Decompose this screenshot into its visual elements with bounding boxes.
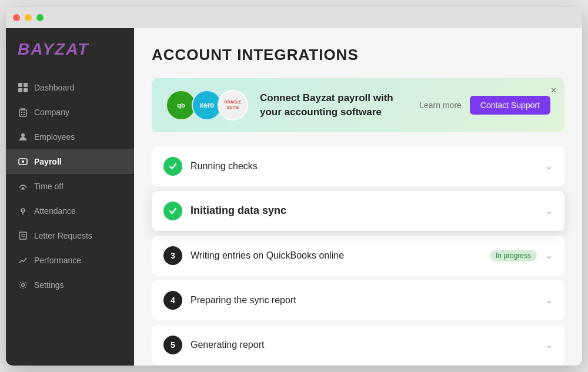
svg-rect-0 bbox=[18, 83, 22, 87]
sidebar-item-employees[interactable]: Employees bbox=[6, 125, 134, 149]
sidebar-label-performance: Performance bbox=[34, 256, 81, 265]
sidebar-label-dashboard: Dashboard bbox=[34, 83, 75, 92]
svg-rect-2 bbox=[18, 88, 22, 92]
dashboard-icon bbox=[18, 82, 28, 93]
svg-rect-4 bbox=[19, 110, 26, 116]
svg-point-9 bbox=[21, 133, 25, 137]
sidebar-item-payroll[interactable]: Payroll bbox=[6, 149, 134, 174]
sidebar-item-company[interactable]: Company bbox=[6, 100, 134, 125]
sidebar-label-letter-requests: Letter Requests bbox=[34, 231, 92, 240]
minimize-dot[interactable] bbox=[25, 14, 32, 21]
employees-icon bbox=[18, 132, 28, 142]
payroll-icon bbox=[18, 156, 28, 167]
sidebar-label-timeoff: Time off bbox=[34, 182, 64, 191]
step-3-label: Writing entries on QuickBooks online bbox=[191, 250, 482, 261]
svg-rect-12 bbox=[22, 187, 24, 189]
sidebar-label-employees: Employees bbox=[34, 132, 75, 142]
step-2-check-icon bbox=[163, 202, 182, 220]
step-running-checks[interactable]: Running checks ⌄ bbox=[152, 146, 564, 186]
step-3-badge: In progress bbox=[490, 250, 537, 262]
svg-rect-3 bbox=[24, 88, 28, 92]
sidebar-label-settings: Settings bbox=[34, 280, 64, 290]
sidebar: BAYZAT Dashboard bbox=[6, 28, 134, 366]
app-window: BAYZAT Dashboard bbox=[6, 7, 582, 366]
maximize-dot[interactable] bbox=[36, 14, 44, 21]
svg-point-15 bbox=[22, 210, 24, 211]
step-generating-report[interactable]: 5 Generating report ⌄ bbox=[152, 325, 564, 365]
main-content: ACCOUNT INTEGRATIONS qb xero ORACLE SUIT… bbox=[134, 28, 582, 366]
learn-more-link[interactable]: Learn more bbox=[419, 100, 462, 110]
step-2-label: Initiating data sync bbox=[191, 205, 537, 217]
step-5-chevron: ⌄ bbox=[545, 339, 553, 350]
titlebar bbox=[6, 7, 582, 28]
svg-rect-5 bbox=[21, 112, 22, 113]
sidebar-item-letter-requests[interactable]: Letter Requests bbox=[6, 223, 134, 248]
step-writing-entries[interactable]: 3 Writing entries on QuickBooks online I… bbox=[152, 236, 564, 276]
sidebar-item-performance[interactable]: Performance bbox=[6, 248, 134, 273]
steps-container: Running checks ⌄ Initiating data sync ⌄ bbox=[152, 146, 564, 366]
step-5-number-icon: 5 bbox=[163, 336, 182, 354]
step-preparing-sync-report[interactable]: 4 Preparing the sync report ⌄ bbox=[152, 280, 564, 320]
step-3-number-icon: 3 bbox=[163, 246, 182, 265]
sidebar-item-attendance[interactable]: Attendance bbox=[6, 199, 134, 223]
sidebar-label-payroll: Payroll bbox=[34, 157, 62, 166]
banner-close-button[interactable]: × bbox=[551, 85, 556, 96]
step-4-chevron: ⌄ bbox=[545, 294, 553, 306]
banner-actions: Learn more Contact Support bbox=[419, 96, 550, 115]
sidebar-item-settings[interactable]: Settings bbox=[6, 273, 134, 297]
logo-text: BAYZAT bbox=[18, 40, 89, 58]
svg-point-19 bbox=[22, 283, 25, 286]
settings-icon bbox=[18, 280, 28, 290]
step-1-check-icon bbox=[163, 157, 182, 176]
page-title: ACCOUNT INTEGRATIONS bbox=[152, 46, 564, 64]
letter-requests-icon bbox=[18, 230, 28, 241]
step-1-label: Running checks bbox=[191, 161, 537, 172]
contact-support-button[interactable]: Contact Support bbox=[470, 96, 550, 115]
svg-rect-6 bbox=[24, 112, 25, 113]
app-body: BAYZAT Dashboard bbox=[6, 28, 582, 366]
svg-point-11 bbox=[22, 160, 24, 163]
oracle-logo: ORACLE SUITE bbox=[218, 90, 248, 120]
banner-text: Connect Bayzat payroll with your account… bbox=[260, 91, 407, 119]
integration-banner: qb xero ORACLE SUITE Connect Bayzat payr… bbox=[152, 78, 564, 132]
sidebar-item-dashboard[interactable]: Dashboard bbox=[6, 75, 134, 100]
step-initiating-data-sync[interactable]: Initiating data sync ⌄ bbox=[152, 191, 564, 231]
banner-headline: Connect Bayzat payroll with your account… bbox=[260, 91, 407, 119]
timeoff-icon bbox=[18, 181, 28, 192]
attendance-icon bbox=[18, 206, 28, 216]
step-1-chevron: ⌄ bbox=[545, 160, 553, 172]
svg-rect-8 bbox=[24, 114, 25, 115]
performance-icon bbox=[18, 255, 28, 266]
sidebar-item-timeoff[interactable]: Time off bbox=[6, 174, 134, 199]
svg-rect-16 bbox=[19, 232, 26, 239]
step-5-label: Generating report bbox=[191, 340, 537, 350]
banner-logos: qb xero ORACLE SUITE bbox=[166, 90, 248, 120]
svg-rect-13 bbox=[21, 189, 25, 190]
logo: BAYZAT bbox=[6, 40, 134, 75]
svg-rect-7 bbox=[21, 114, 22, 115]
svg-rect-1 bbox=[24, 83, 28, 87]
sidebar-label-company: Company bbox=[34, 108, 69, 117]
step-2-chevron: ⌄ bbox=[545, 205, 553, 216]
step-3-chevron: ⌄ bbox=[545, 250, 553, 261]
company-icon bbox=[18, 107, 28, 118]
step-4-number-icon: 4 bbox=[163, 291, 182, 310]
close-dot[interactable] bbox=[13, 14, 20, 21]
step-4-label: Preparing the sync report bbox=[191, 295, 537, 306]
sidebar-label-attendance: Attendance bbox=[34, 206, 76, 216]
